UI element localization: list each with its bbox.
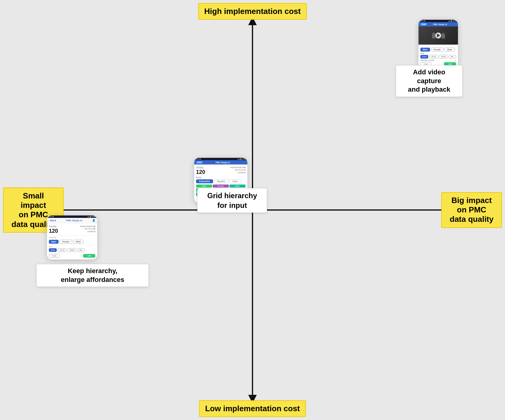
age-0-14[interactable]: 0-14 <box>420 55 428 59</box>
feature-label-video: Add video capture and playback <box>396 65 463 97</box>
keep-age-25-64[interactable]: 25-64 <box>67 248 76 252</box>
stats-row: TOTAL 120 PEDESTRIAN 110 BICYCLE 10 OTHE… <box>196 166 246 175</box>
keep-status-bar: 9:41 AM ●●● ▌ 100% <box>47 215 97 218</box>
gender-other-btn[interactable]: Other <box>444 48 455 52</box>
keep-stats-row: TOTAL 120 PEDESTRIAN 110 BICYCLE 10 OTHE… <box>49 225 95 234</box>
grid-phone-header: Add PMC Study #1 👤 <box>194 160 247 164</box>
keep-total: TOTAL 120 <box>49 225 58 234</box>
keep-detail: PEDESTRIAN 110 BICYCLE 10 OTHER 0 <box>80 225 95 234</box>
divider-3 <box>49 253 95 253</box>
mode-label: MODE <box>196 177 246 178</box>
phone-keep-mockup: 9:41 AM ●●● ▌ 100% ‹ Back PMC Study #1 👤… <box>47 215 97 259</box>
age-65plus[interactable]: 65+ <box>449 55 456 59</box>
grid-col-other: Other <box>229 185 246 188</box>
keep-gender-female[interactable]: Female <box>59 240 72 244</box>
gender-male-btn[interactable]: Male <box>420 48 430 52</box>
keep-back-header: ‹ Back PMC Study #1 👤 <box>47 218 97 223</box>
keep-age-65plus[interactable]: 65+ <box>77 248 85 252</box>
video-thumbnail <box>419 26 458 45</box>
phone-header: Add PMC Study #1 👤 <box>419 22 458 26</box>
people-count-row: PEOPLE COUNT 0 <box>420 59 456 61</box>
age-section-label: AGE <box>49 246 95 248</box>
video-phone-body: Male Female Other AGE 0-14 15-24 25-64 6… <box>419 45 458 68</box>
feature-label-keep: Keep hierarchy, enlarge affordances <box>36 264 149 287</box>
tab-other[interactable]: Other <box>229 179 241 183</box>
divider-2 <box>49 245 95 245</box>
feature-label-grid: Grid hierarchy for input <box>197 188 267 213</box>
back-arrow-label[interactable]: ‹ Back <box>49 219 56 222</box>
grid-header-row: Male Female Other <box>196 185 246 188</box>
keep-undo-button[interactable]: Undo <box>49 254 60 258</box>
label-high-cost: High implementation cost <box>198 3 307 20</box>
gender-section-label: GENDER <box>49 237 95 239</box>
keep-action-buttons: Undo Add <box>49 254 95 258</box>
play-icon <box>437 34 440 37</box>
age-row: 0-14 15-24 25-64 65+ <box>420 55 456 59</box>
keep-study-title: PMC Study #1 <box>66 219 82 222</box>
phone-video-mockup: 9:41 AM ●●● ▌ 100% Add PMC Study #1 👤 Ma… <box>419 20 458 68</box>
grid-col-male: Male <box>196 185 212 188</box>
age-15-24[interactable]: 15-24 <box>429 55 438 59</box>
label-big-impact: Big impact on PMC data quality <box>441 192 502 228</box>
age-25-64[interactable]: 25-64 <box>439 55 448 59</box>
label-low-cost: Low implementation cost <box>199 400 306 417</box>
keep-age-row: 0-14 15-24 25-64 65+ <box>49 248 95 252</box>
keep-gender-male[interactable]: Male <box>49 240 59 244</box>
status-bar: 9:41 AM ●●● ▌ 100% <box>419 20 458 22</box>
keep-gender-buttons: Male Female Other <box>49 240 95 244</box>
play-button[interactable] <box>435 32 441 39</box>
gender-female-btn[interactable]: Female <box>431 48 443 52</box>
tab-pedestrian[interactable]: Pedestrian <box>196 179 213 183</box>
keep-age-15-24[interactable]: 15-24 <box>58 248 66 252</box>
mode-tabs: Pedestrian Bicyclist Other <box>196 179 246 183</box>
divider-1 <box>49 235 95 236</box>
grid-col-female: Female <box>213 185 229 188</box>
keep-phone-body: TOTAL 120 PEDESTRIAN 110 BICYCLE 10 OTHE… <box>47 223 97 259</box>
people-count-value: 0 <box>455 59 456 61</box>
gender-buttons: Male Female Other <box>420 48 456 52</box>
detail-section: PEDESTRIAN 110 BICYCLE 10 OTHER 0 <box>230 166 246 175</box>
people-count-label: PEOPLE COUNT <box>420 59 435 61</box>
keep-add-button[interactable]: Add <box>83 254 95 258</box>
age-label: AGE <box>420 52 456 54</box>
keep-age-0-14[interactable]: 0-14 <box>49 248 57 252</box>
grid-status-bar: 9:41 AM ●●● ▌ 100% <box>194 158 247 160</box>
keep-gender-other[interactable]: Other <box>73 240 84 244</box>
tab-bicyclist[interactable]: Bicyclist <box>214 179 228 183</box>
total-section: TOTAL 120 <box>196 166 205 175</box>
